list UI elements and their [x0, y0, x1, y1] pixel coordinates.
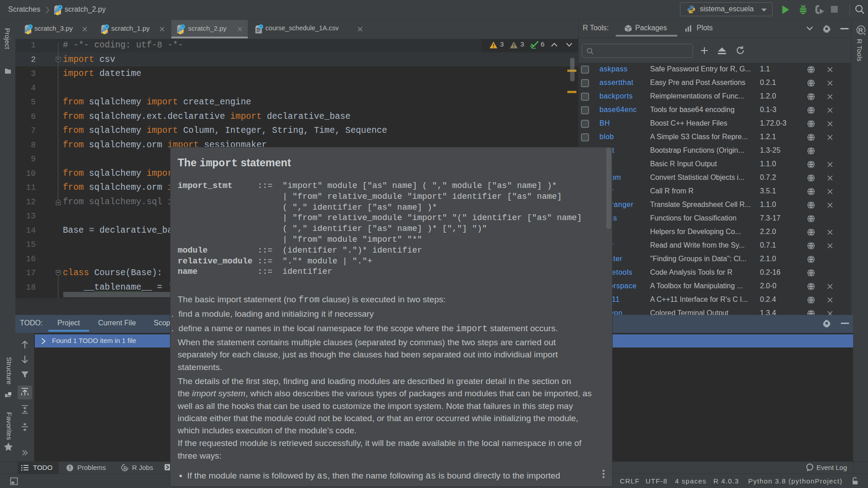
svg-text:R: R [858, 26, 863, 34]
svg-text:R: R [123, 465, 127, 471]
